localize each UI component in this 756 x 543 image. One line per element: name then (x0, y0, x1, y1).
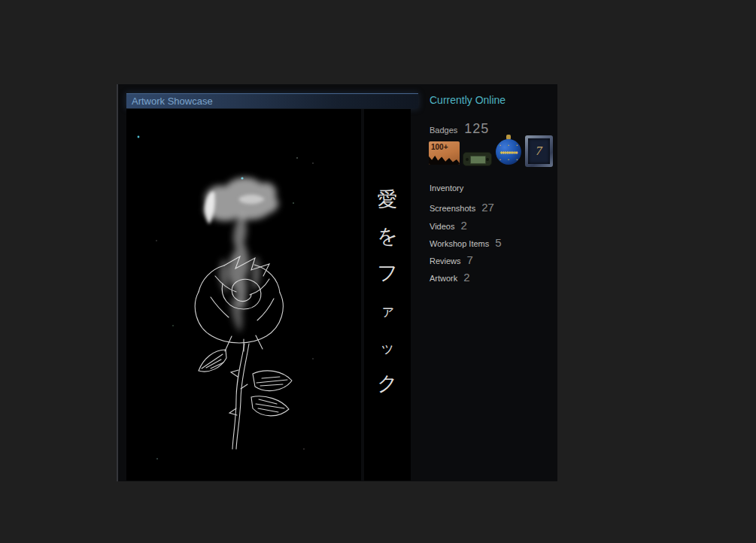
handheld-console-badge-icon[interactable] (463, 152, 492, 166)
stat-value: 2 (463, 271, 469, 284)
stat-label: Inventory (430, 184, 463, 193)
kana-char: ッ (380, 329, 395, 366)
stat-value: 5 (495, 236, 501, 249)
stat-row-videos[interactable]: Videos 2 (430, 219, 550, 236)
stat-value: 2 (460, 219, 466, 232)
kana-char: 愛 (378, 181, 398, 218)
showcase-title: Artwork Showcase (126, 93, 418, 108)
ornament-dots-top: • • • (496, 144, 521, 147)
games-owned-badge-label: 100+ (431, 143, 448, 151)
level-badge-frame: 7 (528, 138, 550, 164)
level-badge-number: 7 (536, 144, 542, 159)
stat-row-inventory[interactable]: Inventory (430, 184, 550, 201)
profile-stats-list: Inventory Screenshots 27 Videos 2 Worksh… (430, 184, 550, 289)
badge-silhouette-shape (429, 154, 460, 165)
profile-panel: Artwork Showcase (117, 84, 557, 481)
kana-char: フ (377, 255, 398, 292)
artwork-item-main[interactable] (126, 109, 361, 481)
badge-icons-row: 100+ • • • ♦♦♦♦♦♦♦♦♦ • • • 7 (429, 135, 553, 167)
stat-row-artwork[interactable]: Artwork 2 (430, 271, 550, 288)
burning-rose-artwork (126, 109, 361, 481)
artwork-showcase: Artwork Showcase (126, 93, 418, 481)
stat-label: Reviews (430, 256, 461, 265)
stat-row-reviews[interactable]: Reviews 7 (430, 253, 550, 271)
stat-label: Workshop Items (430, 239, 489, 248)
kana-char: ァ (380, 292, 395, 329)
stat-label: Videos (430, 222, 454, 231)
online-status: Currently Online (430, 94, 506, 106)
ornament-dots-bottom: • • • (496, 158, 521, 162)
stat-row-screenshots[interactable]: Screenshots 27 (430, 201, 550, 218)
stat-label: Artwork (430, 274, 457, 283)
console-button-left (466, 158, 469, 161)
console-button-right (486, 158, 489, 161)
console-screen (470, 156, 486, 164)
stat-row-workshop-items[interactable]: Workshop Items 5 (430, 236, 550, 253)
kana-char: を (377, 218, 398, 255)
showcase-body: 愛 を フ ァ ッ ク (126, 109, 418, 481)
stat-value: 7 (467, 253, 473, 266)
winter-ornament-badge-icon[interactable]: • • • ♦♦♦♦♦♦♦♦♦ • • • (495, 135, 522, 167)
badges-label: Badges (430, 126, 457, 135)
artwork-item-second[interactable]: 愛 を フ ァ ッ ク (364, 109, 411, 481)
stat-value: 27 (481, 201, 494, 214)
kana-char: ク (377, 366, 398, 402)
level-badge-icon[interactable]: 7 (525, 135, 553, 167)
stat-label: Screenshots (430, 204, 475, 213)
games-owned-badge-icon[interactable]: 100+ (429, 141, 460, 165)
ornament-band: ♦♦♦♦♦♦♦♦♦ (496, 150, 521, 155)
